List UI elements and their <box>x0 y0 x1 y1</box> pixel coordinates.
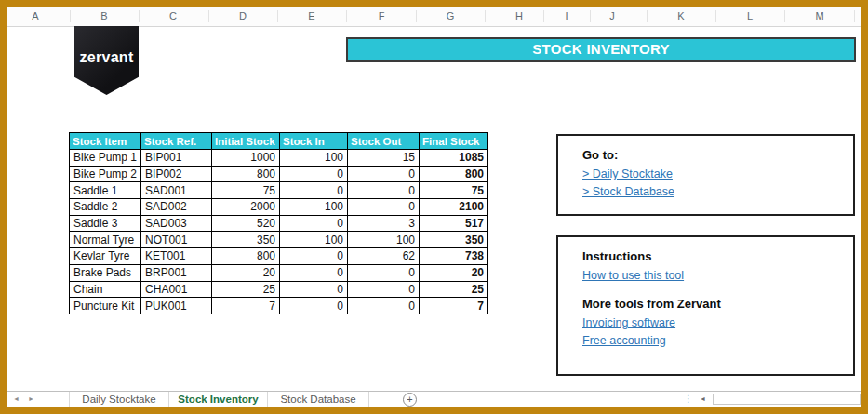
column-header-J[interactable]: J <box>598 7 626 26</box>
table-cell[interactable]: 100 <box>280 150 348 167</box>
table-cell[interactable]: Brake Pads <box>70 264 141 281</box>
table-cell[interactable]: 0 <box>348 166 420 182</box>
column-header-E[interactable]: E <box>298 7 326 26</box>
table-cell[interactable]: 0 <box>280 182 348 199</box>
table-cell[interactable]: Normal Tyre <box>70 232 141 248</box>
table-cell[interactable]: 0 <box>280 248 348 265</box>
table-cell[interactable]: 800 <box>212 248 280 265</box>
table-cell[interactable]: 517 <box>420 215 488 232</box>
table-cell[interactable]: 350 <box>420 232 488 248</box>
table-cell[interactable]: SAD001 <box>141 182 212 199</box>
table-cell[interactable]: 100 <box>348 232 420 248</box>
table-cell[interactable]: BIP002 <box>141 166 212 182</box>
table-cell[interactable]: 20 <box>420 264 488 281</box>
table-cell[interactable]: 0 <box>348 264 420 281</box>
add-sheet-button[interactable]: + <box>403 393 417 407</box>
goto-title: Go to: <box>582 148 844 162</box>
sheet-tab-stock-inventory[interactable]: Stock Inventory <box>169 392 268 407</box>
table-cell[interactable]: 3 <box>348 215 420 232</box>
table-cell[interactable]: PUK001 <box>141 298 212 314</box>
table-row: ChainCHA001250025 <box>70 281 488 298</box>
table-header-stock-ref-[interactable]: Stock Ref. <box>141 133 212 150</box>
more-tools-links: Invoicing softwareFree accounting <box>582 316 844 347</box>
column-header-F[interactable]: F <box>367 7 395 26</box>
table-cell[interactable]: 100 <box>280 232 348 248</box>
column-header-M[interactable]: M <box>806 7 834 26</box>
table-row: Saddle 3SAD00352003517 <box>70 215 488 232</box>
table-header-stock-in[interactable]: Stock In <box>280 133 348 150</box>
how-to-use-link[interactable]: How to use this tool <box>582 269 684 282</box>
column-header-G[interactable]: G <box>436 7 464 26</box>
table-cell[interactable]: BIP001 <box>141 150 212 167</box>
table-cell[interactable]: SAD002 <box>141 199 212 216</box>
column-header-B[interactable]: B <box>90 7 118 26</box>
sheet-tab-daily-stocktake[interactable]: Daily Stocktake <box>69 392 169 407</box>
column-header-D[interactable]: D <box>229 7 257 26</box>
table-cell[interactable]: 20 <box>212 264 280 281</box>
table-cell[interactable]: Bike Pump 1 <box>70 150 141 167</box>
table-cell[interactable]: NOT001 <box>141 232 212 248</box>
table-cell[interactable]: 0 <box>348 199 420 216</box>
table-row: Brake PadsBRP001200020 <box>70 264 488 281</box>
table-cell[interactable]: 2000 <box>212 199 280 216</box>
table-cell[interactable]: 62 <box>348 248 420 265</box>
column-header-I[interactable]: I <box>553 7 581 26</box>
table-cell[interactable]: Puncture Kit <box>70 298 141 314</box>
column-header-K[interactable]: K <box>667 7 695 26</box>
table-cell[interactable]: 25 <box>420 281 488 298</box>
tab-scroll-right-icon[interactable]: ► <box>28 395 34 402</box>
table-cell[interactable]: 100 <box>280 199 348 216</box>
table-cell[interactable]: Saddle 3 <box>70 215 141 232</box>
scrollbar-resize-handle[interactable]: ⋮ <box>684 394 693 404</box>
table-cell[interactable]: 0 <box>280 264 348 281</box>
table-cell[interactable]: 800 <box>420 166 488 182</box>
table-cell[interactable]: Bike Pump 2 <box>70 166 141 182</box>
column-header-H[interactable]: H <box>505 7 533 26</box>
table-cell[interactable]: 0 <box>280 215 348 232</box>
table-cell[interactable]: Chain <box>70 281 141 298</box>
table-cell[interactable]: 75 <box>212 182 280 199</box>
table-cell[interactable]: 1085 <box>420 150 488 167</box>
table-cell[interactable]: 25 <box>212 281 280 298</box>
table-cell[interactable]: SAD003 <box>141 215 212 232</box>
column-header-C[interactable]: C <box>159 7 187 26</box>
column-header-A[interactable]: A <box>21 7 49 26</box>
table-cell[interactable]: 738 <box>420 248 488 265</box>
column-header-L[interactable]: L <box>736 7 764 26</box>
table-header-initial-stock[interactable]: Initial Stock <box>212 133 280 150</box>
table-cell[interactable]: 0 <box>348 298 420 314</box>
table-cell[interactable]: 0 <box>348 182 420 199</box>
table-cell[interactable]: 2100 <box>420 199 488 216</box>
info-panel: Instructions How to use this tool More t… <box>556 235 855 376</box>
table-header-final-stock[interactable]: Final Stock <box>420 133 488 150</box>
table-cell[interactable]: 0 <box>280 166 348 182</box>
table-cell[interactable]: BRP001 <box>141 264 212 281</box>
table-cell[interactable]: 7 <box>420 298 488 314</box>
table-cell[interactable]: CHA001 <box>141 281 212 298</box>
table-cell[interactable]: 1000 <box>212 150 280 167</box>
table-cell[interactable]: 520 <box>212 215 280 232</box>
table-cell[interactable]: 0 <box>348 281 420 298</box>
column-separator <box>543 10 544 22</box>
goto-link-stock-database[interactable]: > Stock Database <box>582 185 674 198</box>
free-accounting-link[interactable]: Free accounting <box>582 334 666 347</box>
table-header-stock-item[interactable]: Stock Item <box>70 133 141 150</box>
hscroll-left-arrow-icon[interactable]: ◄ <box>700 395 706 402</box>
table-cell[interactable]: 0 <box>280 298 348 314</box>
table-cell[interactable]: 7 <box>212 298 280 314</box>
table-cell[interactable]: 350 <box>212 232 280 248</box>
table-cell[interactable]: 75 <box>420 182 488 199</box>
table-cell[interactable]: KET001 <box>141 248 212 265</box>
invoicing-software-link[interactable]: Invoicing software <box>582 316 675 329</box>
table-cell[interactable]: Saddle 2 <box>70 199 141 216</box>
table-cell[interactable]: 15 <box>348 150 420 167</box>
sheet-tab-stock-database[interactable]: Stock Database <box>268 392 369 407</box>
table-cell[interactable]: 800 <box>212 166 280 182</box>
table-cell[interactable]: Kevlar Tyre <box>70 248 141 265</box>
tab-scroll-left-icon[interactable]: ◄ <box>13 395 20 402</box>
horizontal-scrollbar[interactable] <box>713 394 861 405</box>
table-cell[interactable]: Saddle 1 <box>70 182 141 199</box>
goto-link-daily-stocktake[interactable]: > Daily Stocktake <box>582 167 673 180</box>
table-cell[interactable]: 0 <box>280 281 348 298</box>
table-header-stock-out[interactable]: Stock Out <box>348 133 420 150</box>
